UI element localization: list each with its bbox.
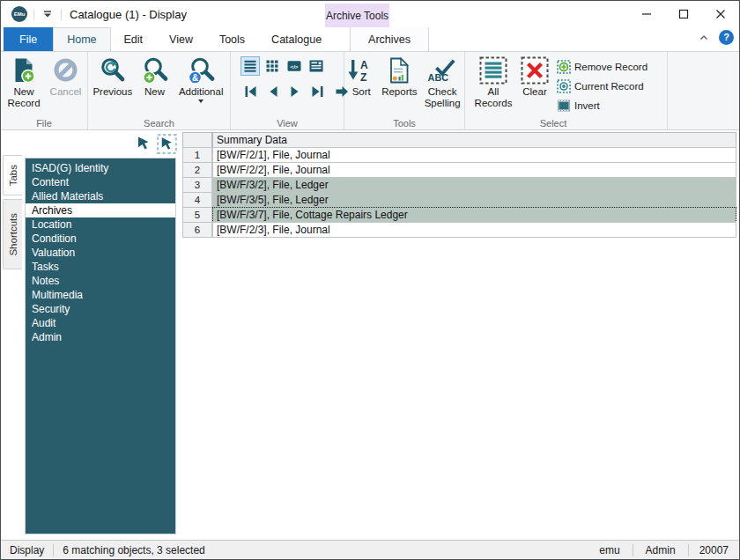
table-row[interactable]: 5 [BW/F/3/7], File, Cottage Repairs Ledg… (182, 207, 736, 223)
side-tab-shortcuts[interactable]: Shortcuts (3, 199, 22, 269)
row-summary[interactable]: [BW/F/3/2], File, Ledger (212, 177, 736, 193)
close-button[interactable] (702, 1, 739, 27)
table-row[interactable]: 2 [BW/F/2/2], File, Journal (182, 162, 736, 178)
svg-text:</>: </> (291, 63, 299, 70)
side-tab-tabs[interactable]: Tabs (3, 155, 22, 195)
sidebar-item-archives[interactable]: Archives (26, 203, 175, 217)
tab-edit[interactable]: Edit (111, 27, 157, 51)
svg-text:Z: Z (360, 71, 366, 84)
current-record-button[interactable]: Current Record (557, 77, 648, 96)
sidebar-item-allied-materials[interactable]: Allied Materials (26, 189, 175, 203)
all-records-icon (479, 56, 507, 85)
side-tab-shortcuts-label: Shortcuts (8, 213, 18, 256)
tab-row-right-controls: ? (696, 29, 734, 45)
quick-access-dropdown-button[interactable] (41, 6, 55, 22)
sidebar-item-isadg-identity[interactable]: ISAD(G) Identity (26, 161, 175, 175)
sidebar-item-audit[interactable]: Audit (26, 316, 175, 330)
row-summary[interactable]: [BW/F/2/1], File, Journal (212, 147, 736, 163)
nav-previous-button[interactable] (263, 82, 283, 101)
table-row[interactable]: 6 [BW/F/2/3], File, Journal (182, 222, 736, 238)
search-previous-icon (99, 56, 127, 85)
titlebar-divider (61, 9, 62, 20)
all-records-button[interactable]: All Records (470, 55, 516, 109)
sidebar-item-admin[interactable]: Admin (26, 330, 175, 344)
check-spelling-button[interactable]: ABC Check Spelling (422, 55, 462, 109)
tab-view[interactable]: View (156, 27, 206, 51)
sidebar-item-content[interactable]: Content (26, 175, 175, 189)
view-list-button[interactable] (240, 56, 260, 76)
reports-button[interactable]: Reports (380, 55, 418, 98)
app-window: EMu Catalogue (1) - Display Archive Tool… (0, 0, 740, 560)
view-form-button[interactable] (307, 56, 326, 76)
row-summary[interactable]: [BW/F/3/5], File, Ledger (212, 192, 736, 208)
new-record-icon (10, 56, 38, 85)
clear-button[interactable]: Clear (518, 55, 551, 98)
sidebar-item-notes[interactable]: Notes (26, 274, 175, 288)
search-new-icon (141, 56, 169, 85)
app-logo-icon[interactable]: EMu (11, 6, 27, 22)
tab-catalogue[interactable]: Catalogue (258, 27, 335, 51)
table-row[interactable]: 1 [BW/F/2/1], File, Journal (182, 147, 736, 163)
reports-label: Reports (381, 86, 417, 98)
search-previous-button[interactable]: Previous (90, 55, 136, 98)
status-bar: Display 6 matching objects, 3 selected e… (1, 540, 739, 559)
tab-list-panel: ISAD(G) Identity Content Allied Material… (25, 158, 176, 534)
row-number: 2 (182, 162, 212, 178)
row-summary[interactable]: [BW/F/2/2], File, Journal (212, 162, 736, 178)
svg-text:A: A (360, 59, 368, 71)
summary-data-column-header[interactable]: Summary Data (212, 132, 736, 148)
row-summary[interactable]: [BW/F/3/7], File, Cottage Repairs Ledger (212, 207, 736, 223)
maximize-button[interactable] (665, 1, 702, 27)
status-port: 20007 (689, 544, 739, 556)
list-view-icon (243, 59, 257, 73)
search-additional-button[interactable]: & Additional (174, 55, 228, 103)
row-summary[interactable]: [BW/F/2/3], File, Journal (212, 222, 736, 238)
search-new-label: New (144, 86, 165, 98)
sort-button[interactable]: A Z Sort (346, 55, 376, 98)
sidebar-item-location[interactable]: Location (26, 217, 175, 232)
collapse-ribbon-button[interactable] (696, 29, 712, 45)
previous-record-icon (266, 85, 280, 99)
nav-last-button[interactable] (307, 82, 327, 101)
table-row[interactable]: 4 [BW/F/3/5], File, Ledger (182, 192, 736, 208)
status-mode: Display (1, 544, 53, 556)
first-record-icon (244, 85, 258, 99)
status-summary: 6 matching objects, 3 selected (54, 544, 213, 556)
marquee-select-mode-button[interactable] (156, 133, 177, 154)
sidebar-item-tasks[interactable]: Tasks (26, 260, 175, 274)
cancel-icon (52, 56, 80, 85)
new-record-button[interactable]: New Record (4, 55, 44, 109)
table-row[interactable]: 3 [BW/F/3/2], File, Ledger (182, 177, 736, 193)
grid-view-icon (265, 59, 279, 73)
ribbon-tab-row: File Home Edit View Tools Catalogue Arch… (1, 27, 739, 51)
minimize-button[interactable] (628, 1, 665, 27)
row-number: 1 (182, 147, 212, 163)
sidebar-item-security[interactable]: Security (26, 302, 175, 316)
sidebar-item-condition[interactable]: Condition (26, 232, 175, 246)
invert-selection-button[interactable]: Invert (557, 96, 648, 115)
window-title: Catalogue (1) - Display (70, 8, 187, 21)
svg-text:&: & (192, 73, 198, 83)
tab-archives[interactable]: Archives (350, 27, 429, 51)
invert-selection-label: Invert (574, 100, 600, 111)
view-code-button[interactable]: </> (285, 56, 304, 76)
row-number-header (182, 132, 212, 148)
tab-home[interactable]: Home (53, 27, 110, 51)
window-controls (628, 1, 739, 27)
nav-first-button[interactable] (240, 82, 261, 101)
tab-file[interactable]: File (4, 27, 53, 51)
view-grid-button[interactable] (263, 56, 282, 76)
row-number: 4 (182, 192, 212, 208)
remove-record-button[interactable]: Remove Record (557, 57, 648, 77)
help-button[interactable]: ? (719, 30, 734, 45)
nav-next-button[interactable] (285, 82, 305, 101)
search-new-button[interactable]: New (138, 55, 172, 98)
sidebar-item-multimedia[interactable]: Multimedia (26, 288, 175, 302)
tab-tools[interactable]: Tools (206, 27, 258, 51)
cancel-button[interactable]: Cancel (48, 55, 85, 98)
titlebar-divider (33, 9, 34, 20)
ribbon-group-select: All Records Clear Remove Record (465, 52, 668, 129)
pointer-mode-button[interactable] (133, 133, 154, 154)
current-record-label: Current Record (574, 81, 644, 92)
sidebar-item-valuation[interactable]: Valuation (26, 246, 175, 260)
